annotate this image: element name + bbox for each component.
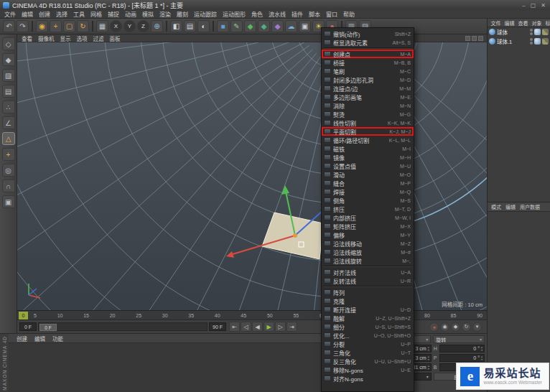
context-menu-item[interactable]: 平面切割 K~J, M~J [322,127,414,136]
materials-menu-item[interactable]: 创建 [13,335,31,342]
menu-item[interactable]: 插件 [289,10,306,18]
menu-item[interactable]: 编辑 [19,10,36,18]
visibility-dots[interactable] [530,29,533,35]
context-menu-item[interactable]: 沿法线缩放 M~# [322,248,414,256]
menu-item[interactable]: 模拟 [139,10,157,18]
previous-frame-button[interactable]: ◀ [252,322,263,332]
context-menu-item[interactable]: 循环/路径切割 K~L, M~L [322,136,414,144]
polygons-mode-icon[interactable]: △ [2,132,15,145]
context-menu-item[interactable]: 优化... U~O, U~Shift+O [322,331,414,340]
object-name[interactable]: 球体.1 [497,37,528,45]
uvw-tag-icon[interactable] [542,38,549,45]
object-manager-menu-item[interactable]: 查看 [516,19,530,27]
attribute-tab[interactable]: 用户数据 [518,203,542,210]
materials-list[interactable] [9,343,323,392]
render-view-icon[interactable]: ◧ [170,20,182,32]
context-menu-item[interactable]: 焊接 M~Q [322,187,414,196]
snap-icon[interactable]: ∩ [2,179,15,192]
context-menu-item[interactable]: 设置点值 M~U [322,162,414,170]
add-mograph-icon[interactable]: ◆ [258,20,270,32]
context-menu-item[interactable]: 细分 U~S, U~Shift+S [322,322,414,331]
context-menu-item[interactable]: 封闭多边形孔洞 M~D [322,75,414,84]
render-settings-icon[interactable]: ◐ [197,20,210,32]
rotate-tool-icon[interactable]: ↻ [77,20,89,32]
redo-icon[interactable]: ↷ [17,20,29,32]
undo-icon[interactable]: ↶ [3,20,15,32]
last-tool-icon[interactable]: ▦ [96,20,108,32]
workplane-lock-icon[interactable]: ▣ [2,195,15,208]
object-manager-menu-item[interactable]: 对象 [530,19,544,27]
keyframe-presets-icon[interactable]: ▾ [472,322,482,332]
menu-item[interactable]: 角色 [248,10,266,18]
viewport-single-icon[interactable] [465,36,470,41]
add-deformer-icon[interactable]: ◆ [271,20,284,32]
context-menu-item[interactable]: 反三角化 U~U, U~Shift+U [322,357,414,365]
viewport-menu-item[interactable]: 选项 [74,34,90,42]
context-menu-item[interactable]: 镜像 M~H [322,153,414,162]
object-manager-menu-item[interactable]: 标签 [544,19,550,27]
materials-menu-item[interactable]: 功能 [49,335,67,342]
texture-mode-icon[interactable]: ▨ [2,69,15,82]
timeline-slider[interactable]: 0 F [38,322,208,331]
record-rotation-icon[interactable]: ↻ [462,322,471,332]
attribute-tab[interactable]: 模式 [489,203,503,210]
add-primitive-icon[interactable]: ■ [217,20,229,32]
phong-tag-icon[interactable] [534,29,541,35]
materials-menu-item[interactable]: 编辑 [31,335,49,342]
menu-item[interactable]: 雕刻 [174,10,191,18]
previous-key-button[interactable]: ◁ [241,322,251,332]
phong-tag-icon[interactable] [534,38,541,45]
add-environment-icon[interactable]: ☁ [285,20,297,32]
axis-origin[interactable] [293,233,297,238]
close-button[interactable]: ✕ [541,2,546,9]
context-menu-item[interactable]: 矩阵挤压 M~X [322,222,414,230]
menu-item[interactable]: 网格 [88,10,105,18]
menu-item[interactable]: 脚本 [306,10,323,18]
menu-item[interactable]: 窗口 [323,10,340,18]
enable-axis-icon[interactable]: + [2,148,15,161]
context-menu-item[interactable]: 线性切割 K~K, M~K [322,118,414,127]
context-menu-item[interactable]: 反转法线 U~R [322,276,414,285]
add-generator-icon[interactable]: ◆ [244,20,256,32]
toolbar-icon[interactable] [92,21,93,32]
object-manager-menu-item[interactable]: 编辑 [503,19,516,27]
context-menu-item[interactable]: 克隆 [322,297,414,305]
lock-y-axis-button[interactable]: Y [123,20,136,32]
object-manager-menu-item[interactable]: 文件 [489,19,503,27]
menu-item[interactable]: 捕捉 [105,10,122,18]
viewport-menu-item[interactable]: 面板 [107,34,123,42]
context-menu-item[interactable]: 多边形画笔 M~E [322,93,414,101]
next-frame-button[interactable]: ▷ [275,322,286,332]
menu-item[interactable]: 动画 [122,10,139,18]
context-menu-item[interactable]: 沿法线移动 M~Z [322,239,414,248]
play-button[interactable]: ▶ [264,322,274,332]
points-mode-icon[interactable]: ∴ [2,101,15,113]
context-menu-item[interactable]: 连接点/边 M~M [322,84,414,93]
move-tool-icon[interactable]: + [50,20,62,32]
context-menu-item[interactable]: 三角化 U~T [322,348,414,357]
coordinate-column-dropdown[interactable]: 旋转 [433,335,485,343]
timeline-slider-grip[interactable]: 0 F [39,324,57,331]
lock-x-axis-button[interactable]: X [110,20,122,32]
context-menu-item[interactable]: 缝合 M~P [322,179,414,187]
context-menu-item[interactable]: 内部挤压 M~W, I [322,213,414,222]
model-mode-icon[interactable]: ◆ [2,53,15,66]
range-start-field[interactable]: 0 F [19,322,37,331]
context-menu-item[interactable]: 移除N-gons U~E [322,365,414,374]
make-editable-icon[interactable]: ◇ [2,37,15,50]
viewport-solo-icon[interactable]: ◎ [2,164,15,177]
context-menu-item[interactable]: 融解 U~Z, U~Shift+Z [322,314,414,322]
menu-item[interactable]: 文件 [1,10,19,18]
uvw-tag-icon[interactable] [542,29,549,35]
context-menu-item[interactable]: 分裂 U~P [322,340,414,348]
record-position-icon[interactable]: ◆ [451,322,460,332]
visibility-dots[interactable] [530,38,533,45]
add-spline-icon[interactable]: ✎ [230,20,243,32]
record-keyframe-icon[interactable]: ● [429,322,439,332]
maximize-button[interactable]: ▢ [531,2,536,9]
context-menu-item[interactable]: 对齐法线 U~A [322,268,414,276]
context-menu-item[interactable]: 撤销(动作) Shift+Z [322,29,414,38]
workplane-mode-icon[interactable]: ▤ [2,85,15,98]
go-to-start-button[interactable]: ⇤ [229,322,240,332]
coordinate-system-icon[interactable]: ⊕ [151,20,163,32]
